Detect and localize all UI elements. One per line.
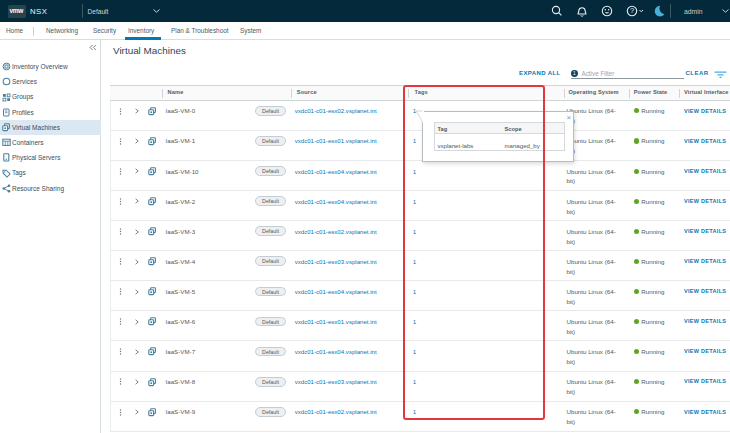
svg-text:?: ? bbox=[630, 6, 634, 15]
